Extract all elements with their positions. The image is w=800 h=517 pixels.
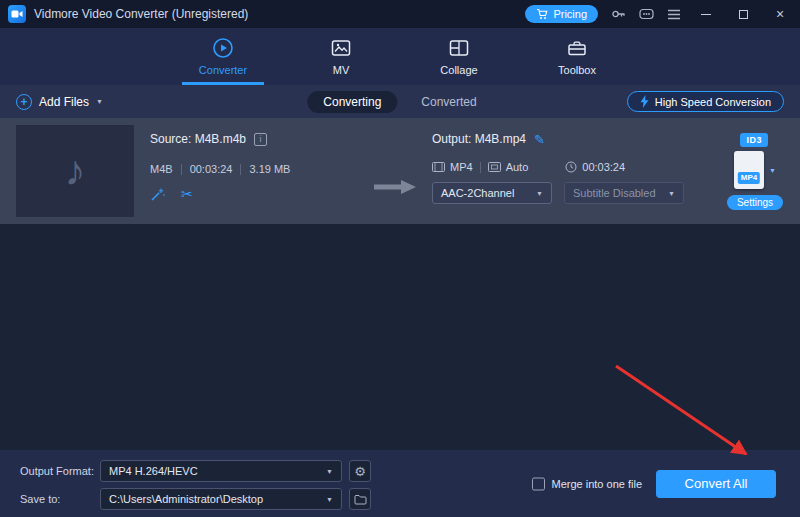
- edit-effects-button[interactable]: [150, 187, 165, 202]
- merge-option: Merge into one file: [532, 477, 643, 490]
- tab-toolbox[interactable]: Toolbox: [536, 28, 618, 85]
- file-format-icon: MP4: [734, 151, 764, 189]
- output-format-select[interactable]: MP4 H.264/HEVC ▼: [100, 460, 342, 482]
- maximize-icon: [739, 10, 748, 19]
- settings-button[interactable]: Settings: [727, 195, 783, 210]
- output-profile-select[interactable]: MP4 ▼: [734, 151, 776, 189]
- high-speed-conversion-button[interactable]: High Speed Conversion: [627, 91, 784, 112]
- queue-toggle: Converting Converted: [307, 91, 492, 113]
- gear-icon: ⚙: [354, 464, 366, 479]
- pencil-icon: ✎: [534, 132, 545, 147]
- divider: [480, 162, 481, 173]
- convert-all-button[interactable]: Convert All: [656, 470, 776, 498]
- audio-track-value: AAC-2Channel: [441, 187, 514, 199]
- chevron-down-icon: ▼: [536, 190, 543, 197]
- converting-tab[interactable]: Converting: [307, 91, 397, 113]
- save-to-label: Save to:: [20, 493, 100, 505]
- scissors-icon: ✂: [181, 186, 193, 202]
- output-duration-group: 00:03:24: [565, 161, 625, 173]
- add-files-label: Add Files: [39, 95, 89, 109]
- app-logo-icon: [8, 5, 26, 23]
- subtitle-value: Subtitle Disabled: [573, 187, 656, 199]
- pricing-label: Pricing: [553, 8, 587, 20]
- tab-mv[interactable]: MV: [300, 28, 382, 85]
- frame-icon: [488, 162, 501, 172]
- file-item: ♪ Source: M4B.m4b i M4B 00:03:24 3.19 MB: [0, 118, 800, 224]
- register-button[interactable]: [611, 7, 626, 21]
- merge-checkbox[interactable]: [532, 477, 545, 490]
- clock-icon: [565, 161, 577, 173]
- divider: [181, 164, 182, 175]
- toolbox-icon: [566, 37, 588, 59]
- id3-button[interactable]: ID3: [740, 133, 768, 147]
- tab-converter[interactable]: Converter: [182, 28, 264, 85]
- chevron-down-icon: ▼: [326, 468, 333, 475]
- high-speed-label: High Speed Conversion: [655, 96, 771, 108]
- save-to-value: C:\Users\Administrator\Desktop: [109, 493, 263, 505]
- merge-label: Merge into one file: [552, 478, 643, 490]
- source-duration: 00:03:24: [190, 163, 233, 175]
- cart-icon: [536, 8, 548, 20]
- source-filename: Source: M4B.m4b: [150, 132, 246, 146]
- lightning-bolt-icon: [640, 95, 649, 108]
- file-thumbnail: ♪: [16, 125, 134, 217]
- output-format-group: MP4: [432, 161, 473, 173]
- converter-icon: [212, 37, 234, 59]
- chevron-down-icon: ▼: [769, 167, 776, 174]
- footer-bar: Output Format: MP4 H.264/HEVC ▼ ⚙ Save t…: [0, 450, 800, 517]
- chevron-down-icon: ▼: [326, 496, 333, 503]
- output-resolution-group: Auto: [488, 161, 529, 173]
- minimize-button[interactable]: [694, 2, 718, 26]
- tab-label: Toolbox: [558, 64, 596, 76]
- info-icon[interactable]: i: [254, 133, 267, 146]
- format-badge: M4B: [150, 163, 173, 175]
- chevron-down-icon: ▼: [668, 190, 675, 197]
- tab-label: MV: [333, 64, 350, 76]
- audio-track-select[interactable]: AAC-2Channel ▼: [432, 182, 552, 204]
- collage-icon: [448, 37, 470, 59]
- cut-button[interactable]: ✂: [181, 186, 193, 202]
- tab-label: Collage: [440, 64, 477, 76]
- titlebar: Vidmore Video Converter (Unregistered) P…: [0, 0, 800, 28]
- output-duration: 00:03:24: [582, 161, 625, 173]
- music-note-icon: ♪: [65, 150, 86, 192]
- message-icon: [639, 8, 654, 21]
- folder-icon: [354, 494, 367, 505]
- add-files-button[interactable]: + Add Files ▼: [16, 94, 103, 110]
- close-icon: ×: [776, 6, 784, 22]
- tab-collage[interactable]: Collage: [418, 28, 500, 85]
- save-to-select[interactable]: C:\Users\Administrator\Desktop ▼: [100, 488, 342, 510]
- toolbar: + Add Files ▼ Converting Converted High …: [0, 85, 800, 118]
- format-settings-group: MP4 ▼ Settings: [722, 151, 788, 210]
- maximize-button[interactable]: [731, 2, 755, 26]
- divider: [240, 164, 241, 175]
- nav-tabs: Converter MV Collage Toolbox: [0, 28, 800, 85]
- app-window: Vidmore Video Converter (Unregistered) P…: [0, 0, 800, 517]
- output-format: MP4: [450, 161, 473, 173]
- key-icon: [611, 7, 626, 21]
- source-section: Source: M4B.m4b i M4B 00:03:24 3.19 MB ✂: [150, 132, 368, 202]
- chevron-down-icon: ▼: [96, 98, 103, 105]
- transfer-arrow-icon: [372, 178, 418, 196]
- hamburger-icon: [667, 9, 681, 20]
- tab-label: Converter: [199, 64, 247, 76]
- output-section: Output: M4B.mp4 ✎ MP4 Auto: [432, 132, 704, 204]
- feedback-button[interactable]: [639, 8, 654, 21]
- pricing-button[interactable]: Pricing: [525, 5, 598, 23]
- rename-button[interactable]: ✎: [534, 133, 545, 146]
- source-size: 3.19 MB: [249, 163, 290, 175]
- converted-tab[interactable]: Converted: [405, 91, 492, 113]
- browse-folder-button[interactable]: [349, 488, 371, 510]
- subtitle-select[interactable]: Subtitle Disabled ▼: [564, 182, 684, 204]
- mv-icon: [330, 37, 352, 59]
- file-format-label: MP4: [738, 172, 760, 184]
- close-button[interactable]: ×: [768, 2, 792, 26]
- output-resolution: Auto: [506, 161, 529, 173]
- add-icon: +: [16, 94, 32, 110]
- window-title: Vidmore Video Converter (Unregistered): [34, 7, 248, 21]
- output-format-value: MP4 H.264/HEVC: [109, 465, 198, 477]
- file-list-area: [0, 224, 800, 450]
- profile-settings-button[interactable]: ⚙: [349, 460, 371, 482]
- menu-button[interactable]: [667, 9, 681, 20]
- output-filename: Output: M4B.mp4: [432, 132, 526, 146]
